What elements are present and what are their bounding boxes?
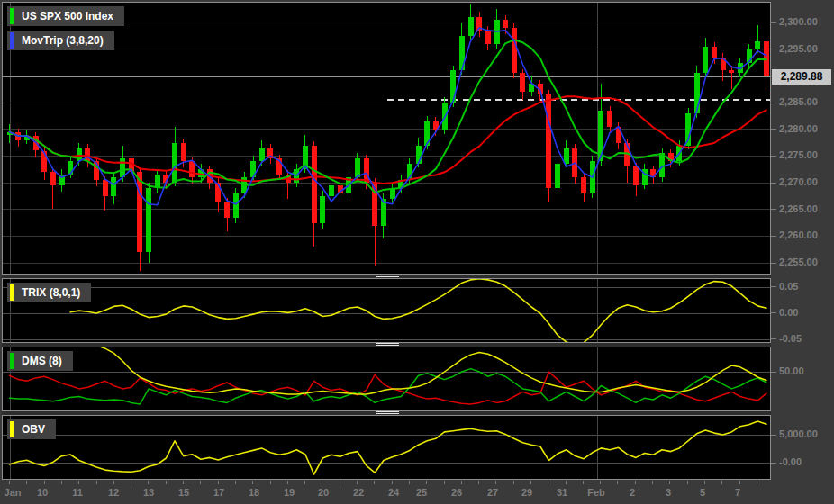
candle <box>355 158 360 177</box>
candle <box>555 164 560 188</box>
time-axis-label: 18 <box>240 487 267 498</box>
time-axis-tick <box>131 481 131 484</box>
candle <box>607 111 612 127</box>
candle <box>694 73 700 113</box>
obv-title: OBV <box>14 419 56 439</box>
instrument-label-tile[interactable]: US SPX 500 Index <box>7 6 124 26</box>
time-axis-tick <box>218 481 219 484</box>
candle <box>416 146 422 165</box>
candle <box>155 175 160 188</box>
time-axis-tick <box>340 481 340 484</box>
candle <box>146 188 151 252</box>
time-axis-label: 24 <box>380 487 407 498</box>
trix-panel[interactable]: TRIX (8,0,1) <box>2 278 771 343</box>
price-axis-label: 2,265.00 <box>779 203 818 214</box>
candle <box>137 172 142 252</box>
candle <box>520 73 525 92</box>
time-axis-tick <box>669 481 670 484</box>
time-axis-tick <box>322 481 322 484</box>
last-price-badge: 2,289.88 <box>772 69 831 85</box>
candle <box>503 20 508 28</box>
time-axis-label: 25 <box>408 487 435 498</box>
dms-panel[interactable]: DMS (8) <box>2 346 771 411</box>
trix-label-tile[interactable]: TRIX (8,0,1) <box>7 283 91 302</box>
price-axis-label: 2,270.00 <box>779 176 818 187</box>
candle <box>224 202 230 218</box>
panel-trix-canvas[interactable] <box>3 279 770 342</box>
time-axis-tick <box>304 481 305 484</box>
candle <box>468 17 474 36</box>
price-axis-label: 2,295.00 <box>779 43 818 54</box>
time-axis-tick <box>252 481 253 484</box>
obv-line <box>10 421 766 474</box>
chart-window: US SPX 500 Index MovTrip (3,8,20) TRIX (… <box>0 0 834 504</box>
price-axis-label: 5,000.00 <box>779 428 818 439</box>
time-axis[interactable]: Jan10111213151718192022242526272931Feb23… <box>0 480 834 504</box>
time-axis-tick <box>444 481 445 484</box>
panel-dms-canvas[interactable] <box>3 347 770 410</box>
candle <box>633 166 639 185</box>
price-axis-label: -0.05 <box>779 333 802 344</box>
time-axis-tick <box>78 481 79 484</box>
price-axis-label: 2,275.00 <box>779 149 818 160</box>
price-axis-label: 2,255.00 <box>779 256 818 267</box>
candle <box>703 47 708 74</box>
panel-main-canvas[interactable] <box>3 3 770 274</box>
time-axis-tick <box>374 481 375 484</box>
time-axis-tick <box>687 481 688 484</box>
movtrip-label-tile[interactable]: MovTrip (3,8,20) <box>7 31 114 50</box>
time-axis-tick <box>409 481 410 484</box>
panel-obv-canvas[interactable] <box>3 416 770 479</box>
trix-line <box>70 279 766 342</box>
time-axis-label: Jan <box>0 487 26 498</box>
candle <box>320 196 325 223</box>
price-axis-tick <box>771 49 776 50</box>
dms-label-tile[interactable]: DMS (8) <box>7 351 73 371</box>
candle <box>233 194 239 218</box>
time-axis-tick <box>652 481 653 484</box>
candle <box>312 146 317 223</box>
time-axis-tick <box>635 481 636 484</box>
time-axis-tick <box>739 481 740 484</box>
candle <box>329 185 334 196</box>
time-axis-tick <box>704 481 705 484</box>
price-axis-tick <box>771 156 776 157</box>
time-axis-label: 12 <box>100 487 127 498</box>
time-axis-label: 15 <box>170 487 197 498</box>
time-axis-tick <box>183 481 184 484</box>
obv-panel[interactable]: OBV <box>2 415 771 480</box>
candle <box>729 70 734 73</box>
price-axis-tick <box>771 338 776 339</box>
time-axis-tick <box>148 481 149 484</box>
time-axis-label: 10 <box>29 487 56 498</box>
time-axis-tick <box>357 481 358 484</box>
price-axis-tick <box>771 286 776 287</box>
time-axis-tick <box>478 481 479 484</box>
time-axis-tick <box>566 481 567 484</box>
candle <box>111 177 116 196</box>
time-axis-tick <box>113 481 114 484</box>
time-axis-tick <box>200 481 201 484</box>
time-axis-tick <box>721 481 722 484</box>
time-axis-label: 3 <box>655 487 682 498</box>
candle <box>442 103 448 130</box>
price-axis-label: 2,260.00 <box>779 230 818 240</box>
obv-label-tile[interactable]: OBV <box>7 419 56 439</box>
price-panel[interactable]: US SPX 500 Index MovTrip (3,8,20) <box>2 2 771 274</box>
price-axis-tick <box>771 372 776 373</box>
time-axis-tick <box>495 481 496 484</box>
time-axis-label: 26 <box>443 487 470 498</box>
candle <box>181 143 186 162</box>
candle <box>485 31 491 44</box>
time-axis-tick <box>270 481 271 484</box>
candle <box>450 70 456 103</box>
price-axis-label: 0.05 <box>779 281 798 292</box>
time-axis-tick <box>166 481 167 484</box>
price-axis-tick <box>771 312 776 313</box>
price-axis-tick <box>771 263 776 264</box>
price-axis-tick <box>771 463 776 464</box>
time-axis-tick <box>600 481 601 484</box>
candle <box>85 148 90 162</box>
time-axis-label: 7 <box>724 487 751 498</box>
candle <box>512 28 517 74</box>
